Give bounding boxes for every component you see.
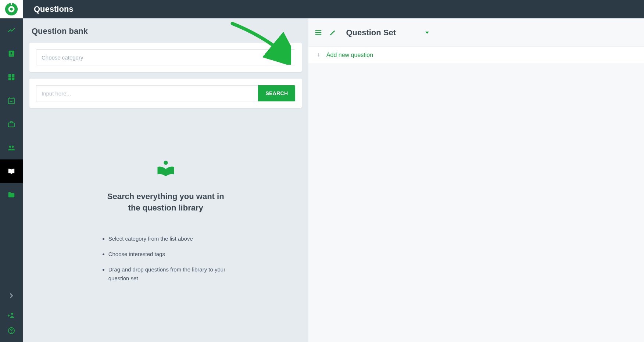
topbar: Questions — [23, 0, 644, 18]
sidebar-item-library[interactable] — [0, 159, 23, 183]
add-question-label: Add new question — [326, 52, 373, 58]
sidebar-help[interactable] — [0, 323, 23, 338]
page-title: Questions — [34, 4, 74, 14]
svg-point-19 — [11, 332, 12, 332]
question-set-header: Question Set — [308, 26, 644, 39]
category-select[interactable]: Choose category — [36, 49, 295, 65]
svg-point-5 — [11, 52, 12, 54]
folder-icon — [7, 191, 15, 199]
empty-bullet-list: Select category from the list above Choo… — [100, 234, 232, 283]
menu-icon — [314, 29, 322, 37]
svg-point-15 — [9, 146, 11, 148]
question-set-dropdown[interactable] — [425, 31, 430, 35]
svg-rect-7 — [12, 74, 14, 77]
invite-icon — [7, 311, 15, 319]
svg-point-20 — [164, 161, 168, 165]
people-icon — [7, 144, 15, 152]
svg-rect-3 — [11, 2, 12, 5]
sidebar-invite[interactable] — [0, 307, 23, 323]
svg-rect-9 — [12, 78, 14, 80]
svg-point-17 — [11, 313, 13, 315]
add-question-button[interactable]: + Add new question — [308, 46, 644, 64]
svg-rect-6 — [8, 74, 11, 77]
svg-rect-11 — [10, 101, 12, 102]
reader-icon — [156, 159, 176, 179]
empty-bullet: Drag and drop questions from the library… — [108, 265, 232, 283]
empty-bullet: Choose interested tags — [108, 250, 232, 259]
edit-title-button[interactable] — [328, 28, 337, 37]
help-icon — [7, 327, 15, 335]
pencil-icon — [329, 29, 336, 36]
search-input[interactable] — [36, 85, 258, 101]
search-card: SEARCH — [29, 79, 302, 108]
category-placeholder: Choose category — [42, 54, 83, 61]
sidebar-item-contact[interactable] — [0, 42, 23, 65]
analytics-icon — [7, 26, 15, 34]
contact-icon — [7, 50, 15, 58]
category-card: Choose category — [29, 43, 302, 72]
sidebar-expand-toggle[interactable] — [0, 284, 23, 307]
svg-point-16 — [12, 146, 14, 148]
chevron-right-icon — [7, 292, 15, 300]
empty-bullet: Select category from the list above — [108, 234, 232, 243]
svg-rect-8 — [8, 78, 11, 80]
empty-heading: Search everything you want in the questi… — [44, 191, 287, 214]
empty-state: Search everything you want in the questi… — [29, 159, 302, 283]
logo-cell — [0, 0, 23, 18]
main: Questions Question bank Choose category … — [23, 0, 644, 342]
caret-down-icon — [425, 32, 429, 34]
dashboard-icon — [7, 73, 15, 81]
sidebar-item-calendar[interactable] — [0, 89, 23, 112]
calendar-icon — [7, 97, 15, 105]
question-bank-panel: Question bank Choose category SEARCH — [23, 18, 308, 342]
search-button[interactable]: SEARCH — [258, 85, 295, 101]
sidebar-item-dashboard[interactable] — [0, 65, 23, 89]
question-set-panel: Question Set + Add new question — [308, 18, 644, 342]
svg-rect-14 — [8, 123, 15, 127]
content: Question bank Choose category SEARCH — [23, 18, 644, 342]
plus-icon: + — [316, 52, 321, 58]
app-logo-icon — [4, 2, 18, 16]
briefcase-icon — [7, 120, 15, 128]
sidebar-item-briefcase[interactable] — [0, 112, 23, 136]
book-open-icon — [7, 167, 15, 175]
svg-point-2 — [10, 8, 13, 11]
question-set-title[interactable]: Question Set — [342, 26, 419, 39]
sidebar-item-folder[interactable] — [0, 183, 23, 206]
sidebar — [0, 0, 23, 342]
question-bank-heading: Question bank — [29, 26, 302, 36]
sidebar-item-people[interactable] — [0, 136, 23, 159]
sidebar-item-analytics[interactable] — [0, 18, 23, 42]
caret-down-icon — [286, 56, 290, 58]
reorder-button[interactable] — [314, 28, 323, 37]
